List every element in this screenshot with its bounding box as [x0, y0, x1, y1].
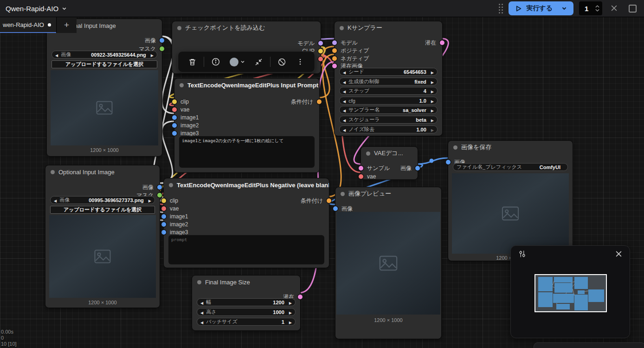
minimap-settings-icon[interactable]	[518, 250, 526, 258]
decrement-arrow[interactable]	[343, 88, 346, 94]
bottom-toolbar-partial[interactable]	[534, 342, 644, 348]
workflow-title-menu[interactable]: Qwen-Rapid-AIO	[6, 5, 67, 13]
combo-left-arrow[interactable]	[55, 52, 58, 58]
positive-port-dot[interactable]	[332, 48, 337, 53]
node-final-image-size[interactable]: Final Image Size 潜在 幅 1200 高さ 1000 バッチサイ…	[192, 275, 301, 331]
latent-port-dot[interactable]	[332, 64, 337, 68]
decrement-arrow[interactable]	[343, 69, 346, 75]
clip-port-dot[interactable]	[318, 49, 323, 53]
panel-toggle-button[interactable]	[629, 5, 637, 13]
increment-icon[interactable]	[595, 5, 599, 8]
upload-file-button[interactable]: アップロードするファイルを選択	[50, 206, 155, 214]
latent-out-port-dot[interactable]	[440, 40, 444, 45]
mask-port-dot[interactable]	[160, 46, 164, 51]
image-file-combo[interactable]: 画像 00922-3549325644.png	[52, 51, 157, 59]
combo-right-arrow[interactable]	[148, 197, 151, 203]
minimap-viewport[interactable]	[535, 274, 607, 312]
node-header[interactable]: Kサンプラー	[335, 21, 442, 34]
increment-arrow[interactable]	[289, 309, 292, 315]
node-header[interactable]: チェックポイントを読み込む	[172, 21, 321, 34]
vae-port-dot[interactable]	[318, 57, 323, 61]
increment-arrow[interactable]	[431, 127, 434, 132]
image-port-dot[interactable]	[446, 160, 451, 164]
node-header[interactable]: VAEデコ...	[361, 147, 418, 160]
node-optional-input-image-1[interactable]: Optional Input Image 画像 マスク 画像 00922-354…	[46, 19, 162, 157]
latent-port-dot[interactable]	[298, 295, 303, 299]
cfg-widget[interactable]: cfg 1.0	[339, 97, 438, 105]
node-collapse-dot[interactable]	[341, 192, 345, 196]
image1-port-dot[interactable]	[161, 214, 166, 219]
decrement-arrow[interactable]	[343, 117, 346, 123]
node-optional-input-image-2[interactable]: Optional Input Image 画像 マスク 画像 00995-369…	[45, 165, 160, 308]
clip-port-dot[interactable]	[172, 99, 177, 104]
seed-widget[interactable]: シード 65454653	[339, 68, 438, 76]
clip-port-dot[interactable]	[161, 198, 166, 203]
node-header[interactable]: Optional Input Image	[45, 165, 160, 178]
combo-left-arrow[interactable]	[54, 197, 57, 203]
increment-arrow[interactable]	[431, 98, 434, 104]
clear-queue-button[interactable]	[608, 4, 620, 13]
decrement-arrow[interactable]	[343, 107, 346, 113]
decrement-arrow[interactable]	[200, 309, 203, 315]
node-header[interactable]: TextEncodeQwenImageEditPlus Negative (le…	[164, 178, 329, 191]
scheduler-widget[interactable]: スケジューラ beta	[339, 116, 438, 124]
collapse-node-button[interactable]	[252, 55, 266, 69]
node-text-encode-negative[interactable]: TextEncodeQwenImageEditPlus Negative (le…	[163, 178, 329, 268]
batch-count-input[interactable]: 1	[579, 1, 602, 15]
tab-qwen-rapid-aio[interactable]: wen-Rapid-AIO	[0, 17, 57, 33]
image3-port-dot[interactable]	[172, 131, 177, 136]
node-collapse-dot[interactable]	[453, 145, 457, 150]
image-port-dot[interactable]	[157, 185, 162, 190]
steps-widget[interactable]: ステップ 4	[339, 87, 438, 95]
prompt-textarea[interactable]: prompt	[168, 235, 324, 264]
mask-port-dot[interactable]	[157, 193, 162, 197]
node-collapse-dot[interactable]	[340, 26, 344, 30]
sampler-name-widget[interactable]: サンプラー名 sa_solver	[339, 106, 438, 114]
prompt-textarea[interactable]: image1とimage2の女の子を一緒に1枚の絵にして	[179, 136, 315, 168]
batch-size-widget[interactable]: バッチサイズ 1	[197, 318, 296, 326]
increment-arrow[interactable]	[289, 300, 292, 305]
upload-file-button[interactable]: アップロードするファイルを選択	[52, 60, 157, 68]
decrement-arrow[interactable]	[343, 79, 346, 85]
samples-port-dot[interactable]	[359, 166, 363, 171]
image2-port-dot[interactable]	[161, 222, 166, 227]
vae-port-dot[interactable]	[172, 107, 177, 112]
decrement-arrow[interactable]	[200, 319, 203, 325]
increment-arrow[interactable]	[431, 88, 434, 94]
node-collapse-dot[interactable]	[51, 170, 55, 174]
model-port-dot[interactable]	[318, 41, 323, 46]
width-widget[interactable]: 幅 1200	[197, 298, 296, 306]
minimap-close-icon[interactable]	[615, 250, 622, 257]
increment-arrow[interactable]	[431, 69, 434, 75]
node-preview-image[interactable]: 画像プレビュー 画像 1200 × 1000	[335, 187, 442, 339]
image3-port-dot[interactable]	[161, 230, 166, 235]
vae-port-dot[interactable]	[161, 206, 166, 211]
negative-port-dot[interactable]	[332, 56, 337, 61]
node-info-button[interactable]	[209, 55, 223, 69]
image-port-dot[interactable]	[415, 166, 420, 171]
node-header[interactable]: Final Image Size	[192, 276, 300, 289]
increment-arrow[interactable]	[431, 107, 434, 113]
node-text-encode-positive[interactable]: TextEncodeQwenImageEditPlus Input Prompt…	[174, 78, 320, 173]
vae-port-dot[interactable]	[359, 174, 363, 179]
node-save-image[interactable]: 画像を保存 画像 ファイル名_プレフィックス ComfyUI 1200 × 10…	[448, 140, 573, 261]
filename-prefix-widget[interactable]: ファイル名_プレフィックス ComfyUI	[453, 163, 568, 171]
delete-node-button[interactable]	[186, 55, 200, 69]
decrement-arrow[interactable]	[200, 300, 203, 305]
image1-port-dot[interactable]	[172, 115, 177, 120]
chevron-down-icon[interactable]	[561, 6, 567, 11]
image2-port-dot[interactable]	[172, 123, 177, 128]
image-file-combo[interactable]: 画像 00995-3696527373.png	[50, 196, 155, 204]
node-header[interactable]: TextEncodeQwenImageEditPlus Input Prompt	[174, 79, 319, 92]
increment-arrow[interactable]	[431, 117, 434, 123]
node-header[interactable]: 画像プレビュー	[335, 187, 441, 200]
combo-right-arrow[interactable]	[151, 52, 154, 58]
model-port-dot[interactable]	[332, 40, 337, 45]
toolbar-drag-handle[interactable]	[499, 4, 503, 13]
increment-arrow[interactable]	[431, 79, 434, 85]
node-vae-decode[interactable]: VAEデコ... サンプル vae 画像	[361, 146, 418, 180]
control-after-generate-widget[interactable]: 生成後の制御 fixed	[339, 78, 438, 85]
node-collapse-dot[interactable]	[169, 183, 173, 187]
node-collapse-dot[interactable]	[197, 280, 201, 284]
node-collapse-dot[interactable]	[366, 151, 370, 156]
